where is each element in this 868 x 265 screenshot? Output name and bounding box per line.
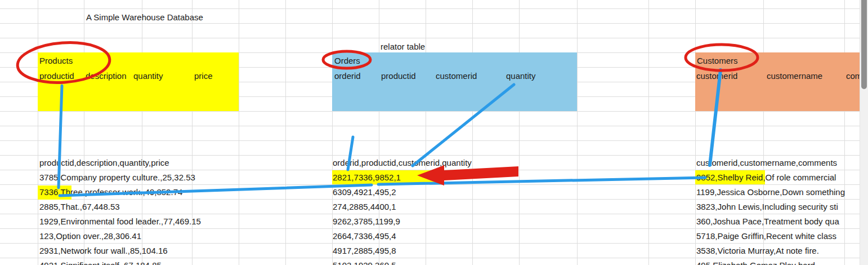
spreadsheet-canvas: Products productid description quantity … [0, 0, 868, 265]
vertical-scrollbar[interactable] [860, 0, 868, 265]
gridline-v [519, 0, 520, 265]
products-col-quantity: quantity [133, 71, 190, 81]
gridline-v [844, 0, 845, 265]
csv-header-row[interactable]: customerid,customername,comments [696, 158, 837, 167]
gridline-h [0, 258, 860, 258]
gridline-v [38, 0, 38, 265]
csv-row[interactable]: 360,Joshua Pace,Treatment body qua [696, 217, 839, 226]
customers-col-customerid: customerid [696, 71, 758, 81]
gridline-v [426, 0, 426, 265]
csv-row[interactable]: 2664,7336,495,4 [333, 231, 396, 241]
csv-row[interactable]: 495,Elizabeth Gomez,Play hard [696, 260, 815, 265]
customers-col-customername: customername [767, 71, 840, 81]
vertical-scrollbar-thumb[interactable] [861, 0, 867, 89]
csv-row[interactable]: 4921,Significant itself.,67,184.85 [39, 260, 162, 265]
relator-table-note: relator table [381, 42, 425, 51]
csv-row[interactable]: 1199,Jessica Osborne,Down something [696, 187, 845, 197]
orders-col-customerid: customerid [436, 71, 498, 81]
orders-col-quantity: quantity [506, 71, 557, 81]
csv-row[interactable]: 2821,7336,9852,1 [333, 173, 401, 182]
csv-row[interactable]: 3823,John Lewis,Including security sti [696, 202, 838, 211]
gridline-h [0, 126, 860, 126]
gridline-h [0, 155, 860, 156]
csv-row[interactable]: 6309,4921,495,2 [333, 187, 396, 197]
customers-col-comments: comments [846, 71, 860, 81]
sheet-title: A Simple Warehouse Database [86, 12, 203, 22]
csv-row[interactable]: 3538,Victoria Murray,At note fire. [696, 246, 819, 255]
csv-row[interactable]: 5718,Paige Griffin,Recent white class [696, 231, 836, 241]
csv-header-row[interactable]: orderid,productid,customerid,quantity [333, 158, 472, 167]
gridline-h [0, 111, 860, 112]
csv-row[interactable]: 123,Option over.,28,306.41 [39, 231, 141, 241]
products-col-productid: productid [39, 71, 84, 81]
gridline-h [0, 23, 860, 24]
csv-row[interactable]: 4917,2885,495,8 [333, 246, 396, 255]
csv-row[interactable]: 9262,3785,1199,9 [333, 217, 400, 226]
gridline-v [695, 0, 696, 265]
csv-row[interactable]: 1929,Environmental food leader.,77,469.1… [39, 217, 201, 226]
csv-row[interactable]: 5103,1929,360,5 [333, 260, 396, 265]
gridline-v [577, 0, 578, 265]
orders-table-title: Orders [334, 56, 360, 65]
gridline-v [239, 0, 239, 265]
csv-row[interactable]: 9852,Shelby Reid,Of role commercial [696, 173, 836, 182]
orders-col-productid: productid [381, 71, 432, 81]
gridline-h [0, 8, 860, 9]
csv-row[interactable]: 2885,That.,67,448.53 [39, 202, 120, 211]
gridline-h [0, 140, 860, 141]
products-table-title: Products [39, 56, 73, 65]
products-col-price: price [194, 71, 234, 81]
csv-row[interactable]: 274,2885,4400,1 [333, 202, 396, 211]
gridline-h [0, 38, 860, 38]
gridline-h [0, 199, 860, 200]
csv-row[interactable]: 2931,Network four wall.,85,104.16 [39, 246, 168, 255]
gridline-v [648, 0, 649, 265]
gridline-v [472, 0, 473, 265]
gridline-h [0, 228, 860, 229]
gridline-v [285, 0, 286, 265]
csv-row[interactable]: 3785,Company property culture.,25,32.53 [39, 173, 195, 182]
customers-table-title: Customers [697, 56, 738, 65]
gridline-h [0, 214, 860, 214]
gridline-h [0, 243, 860, 244]
orders-col-orderid: orderid [334, 71, 379, 81]
